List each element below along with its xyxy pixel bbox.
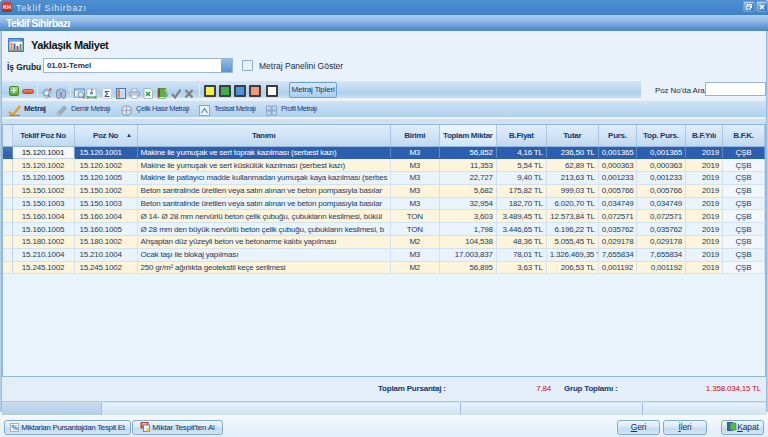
svg-text:Σ: Σ [104, 89, 110, 99]
svg-text:%: % [12, 423, 19, 432]
